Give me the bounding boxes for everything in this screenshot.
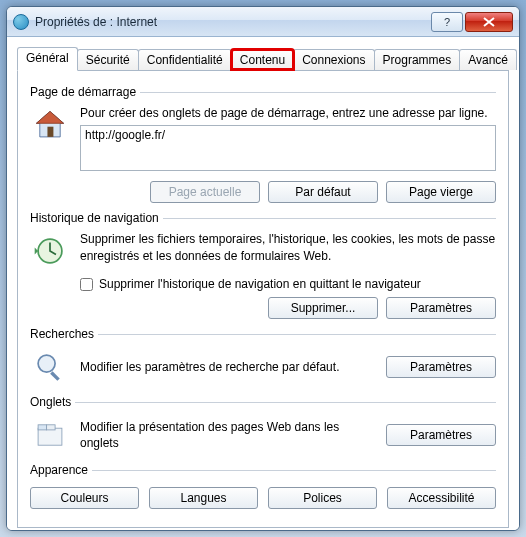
tabs-icon <box>30 415 70 455</box>
history-delete-on-exit-input[interactable] <box>80 278 93 291</box>
tab-security[interactable]: Sécurité <box>77 49 139 70</box>
tab-programs[interactable]: Programmes <box>374 49 461 70</box>
svg-rect-5 <box>50 372 60 382</box>
homepage-default-button[interactable]: Par défaut <box>268 181 378 203</box>
group-search-legend: Recherches <box>30 327 98 341</box>
group-appearance-legend: Apparence <box>30 463 92 477</box>
tab-advanced[interactable]: Avancé <box>459 49 517 70</box>
svg-rect-6 <box>38 429 62 446</box>
svg-rect-8 <box>47 425 56 430</box>
search-settings-button[interactable]: Paramètres <box>386 356 496 378</box>
help-button[interactable]: ? <box>431 12 463 32</box>
history-desc: Supprimer les fichiers temporaires, l'hi… <box>80 231 496 263</box>
appearance-accessibility-button[interactable]: Accessibilité <box>387 487 496 509</box>
internet-options-icon <box>13 14 29 30</box>
tab-privacy[interactable]: Confidentialité <box>138 49 232 70</box>
home-icon <box>30 105 70 145</box>
tab-connections[interactable]: Connexions <box>293 49 374 70</box>
close-button[interactable] <box>465 12 513 32</box>
history-icon <box>30 231 70 271</box>
history-settings-button[interactable]: Paramètres <box>386 297 496 319</box>
tab-content[interactable]: Contenu <box>231 49 294 70</box>
history-chk-label: Supprimer l'historique de navigation en … <box>99 277 421 291</box>
homepage-blank-button[interactable]: Page vierge <box>386 181 496 203</box>
window-title: Propriétés de : Internet <box>35 15 431 29</box>
group-tabs-legend: Onglets <box>30 395 75 409</box>
tabstrip: Général Sécurité Confidentialité Contenu… <box>17 49 509 71</box>
svg-rect-2 <box>47 127 53 137</box>
group-homepage: Page de démarrage Pour créer des onglets… <box>30 85 496 203</box>
group-history: Historique de navigation Supprimer les f… <box>30 211 496 319</box>
dialog-content: Général Sécurité Confidentialité Contenu… <box>7 37 519 531</box>
appearance-fonts-button[interactable]: Polices <box>268 487 377 509</box>
homepage-current-button[interactable]: Page actuelle <box>150 181 260 203</box>
tabs-desc: Modifier la présentation des pages Web d… <box>80 419 376 451</box>
dialog-window: Propriétés de : Internet ? Général Sécur… <box>6 6 520 531</box>
group-history-legend: Historique de navigation <box>30 211 163 225</box>
homepage-desc: Pour créer des onglets de page de démarr… <box>80 105 496 121</box>
group-homepage-legend: Page de démarrage <box>30 85 140 99</box>
search-desc: Modifier les paramètres de recherche par… <box>80 359 376 375</box>
svg-marker-1 <box>36 111 63 123</box>
window-controls: ? <box>431 12 513 32</box>
titlebar: Propriétés de : Internet ? <box>7 7 519 37</box>
history-delete-button[interactable]: Supprimer... <box>268 297 378 319</box>
svg-point-4 <box>38 355 55 372</box>
tab-panel-general: Page de démarrage Pour créer des onglets… <box>17 71 509 528</box>
magnifier-icon <box>30 347 70 387</box>
group-search: Recherches Modifier les paramètres de re… <box>30 327 496 387</box>
appearance-languages-button[interactable]: Langues <box>149 487 258 509</box>
tab-general[interactable]: Général <box>17 47 78 71</box>
tabs-settings-button[interactable]: Paramètres <box>386 424 496 446</box>
group-tabs: Onglets Modifier la présentation des pag… <box>30 395 496 455</box>
svg-rect-7 <box>38 425 47 430</box>
homepage-url-input[interactable] <box>80 125 496 171</box>
appearance-colors-button[interactable]: Couleurs <box>30 487 139 509</box>
history-delete-on-exit-checkbox[interactable]: Supprimer l'historique de navigation en … <box>80 277 496 291</box>
group-appearance: Apparence Couleurs Langues Polices Acces… <box>30 463 496 509</box>
